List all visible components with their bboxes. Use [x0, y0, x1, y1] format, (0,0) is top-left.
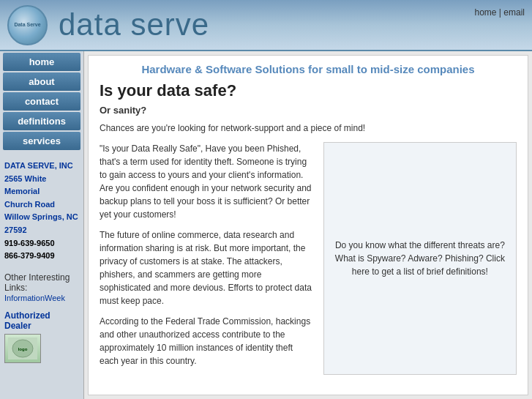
nav-about[interactable]: about — [3, 72, 80, 91]
sub-title: Or sanity? — [100, 105, 517, 116]
address-line4: 27592 — [4, 224, 79, 237]
nav-services[interactable]: services — [3, 132, 80, 150]
phone1: 919-639-9650 — [4, 237, 79, 250]
para3: The future of online commerce, data rese… — [100, 228, 312, 307]
email-link[interactable]: email — [503, 7, 525, 18]
other-links-section: Other Interesting Links: InformationWeek — [0, 269, 83, 307]
address-block: DATA SERVE, INC 2565 White Memorial Chur… — [0, 154, 83, 269]
dealer-logo: logo — [4, 334, 41, 363]
site-title: data serve — [59, 7, 209, 42]
nav-definitions[interactable]: definitions — [3, 112, 80, 130]
header: Data Serve data serve home | email — [0, 0, 532, 51]
address-line1: 2565 White Memorial — [4, 173, 79, 198]
sidebar: home about contact definitions services … — [0, 51, 84, 399]
main-layout: home about contact definitions services … — [0, 51, 532, 399]
content-headline: Hardware & Software Solutions for small … — [100, 63, 517, 75]
para4: According to the Federal Trade Commissio… — [100, 315, 312, 368]
main-content: Hardware & Software Solutions for small … — [88, 55, 528, 395]
sidebar-box-text: Do you know what the different threats a… — [331, 239, 509, 278]
para1: Chances are you're looking for network-s… — [100, 122, 517, 135]
company-name: DATA SERVE, INC — [4, 160, 79, 173]
home-link[interactable]: home — [474, 7, 496, 18]
header-links: home | email — [474, 7, 525, 18]
address-line3: Willow Springs, NC — [4, 211, 79, 224]
right-column-box: Do you know what the different threats a… — [323, 142, 517, 375]
left-column: "Is your Data Really Safe", Have you bee… — [100, 142, 312, 375]
other-links-label: Other Interesting Links: — [4, 272, 79, 293]
phone2: 866-379-9409 — [4, 250, 79, 263]
address-line2: Church Road — [4, 198, 79, 212]
logo-text: Data Serve — [14, 22, 40, 28]
authorized-dealer-section: Authorized Dealer logo — [0, 307, 83, 367]
authorized-dealer-label: Authorized Dealer — [4, 310, 79, 331]
informationweek-link[interactable]: InformationWeek — [4, 294, 65, 302]
logo: Data Serve — [7, 5, 48, 45]
nav-contact[interactable]: contact — [3, 92, 80, 111]
para2: "Is your Data Really Safe", Have you bee… — [100, 142, 312, 221]
two-column-layout: "Is your Data Really Safe", Have you bee… — [100, 142, 517, 375]
svg-text:logo: logo — [18, 347, 28, 351]
main-title: Is your data safe? — [100, 81, 517, 100]
nav-home[interactable]: home — [3, 53, 80, 71]
